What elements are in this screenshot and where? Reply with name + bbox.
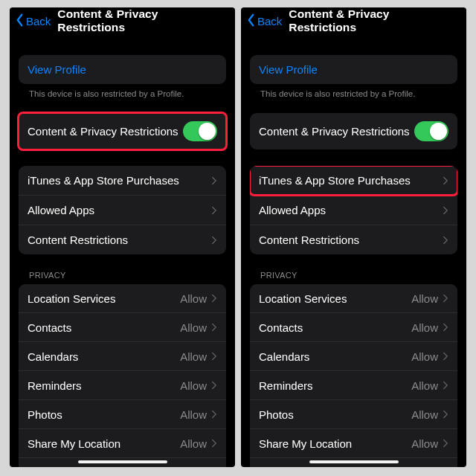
share-location-row[interactable]: Share My Location Allow xyxy=(250,428,457,457)
chevron-right-icon xyxy=(211,294,217,303)
row-value: Allow xyxy=(411,379,438,392)
screenshot-left: Back Content & Privacy Restrictions View… xyxy=(10,7,235,467)
row-label: Location Services xyxy=(259,292,347,305)
row-value: Allow xyxy=(180,321,207,334)
back-label: Back xyxy=(257,15,282,28)
view-profile-cell[interactable]: View Profile xyxy=(19,55,226,84)
photos-row[interactable]: Photos Allow xyxy=(19,399,226,428)
reminders-row[interactable]: Reminders Allow xyxy=(250,370,457,399)
chevron-right-icon xyxy=(211,439,217,448)
purchases-group: iTunes & App Store Purchases Allowed App… xyxy=(19,166,226,254)
row-label: Allowed Apps xyxy=(28,204,94,216)
calendars-row[interactable]: Calendars Allow xyxy=(250,341,457,370)
chevron-right-icon xyxy=(211,323,217,332)
row-label: Share My Location xyxy=(28,437,120,450)
profile-footer: This device is also restricted by a Prof… xyxy=(250,84,457,98)
chevron-right-icon xyxy=(443,352,448,361)
row-value: Allow xyxy=(180,379,207,392)
chevron-left-icon xyxy=(245,13,257,29)
row-label: Share My Location xyxy=(259,437,352,450)
row-label: Content Restrictions xyxy=(28,234,128,246)
view-profile-label: View Profile xyxy=(28,63,86,76)
chevron-right-icon xyxy=(443,236,448,245)
toggle-label: Content & Privacy Restrictions xyxy=(259,125,410,138)
chevron-right-icon xyxy=(443,294,448,303)
chevron-right-icon xyxy=(211,352,217,361)
contacts-row[interactable]: Contacts Allow xyxy=(250,312,457,341)
nav-bar: Back Content & Privacy Restrictions xyxy=(241,7,466,33)
row-label: Bluetooth Sharing xyxy=(259,466,347,468)
chevron-right-icon xyxy=(443,206,448,215)
row-value: Allow xyxy=(180,408,207,421)
share-location-row[interactable]: Share My Location Allow xyxy=(19,428,226,457)
row-label: Photos xyxy=(259,408,294,421)
calendars-row[interactable]: Calendars Allow xyxy=(19,341,226,370)
content-restrictions-row[interactable]: Content Restrictions xyxy=(19,225,226,254)
toggle-label: Content & Privacy Restrictions xyxy=(28,125,178,138)
privacy-group: Location Services Allow Contacts Allow C… xyxy=(250,284,457,467)
chevron-right-icon xyxy=(211,236,217,245)
contacts-row[interactable]: Contacts Allow xyxy=(19,312,226,341)
view-profile-cell[interactable]: View Profile xyxy=(250,55,457,84)
chevron-left-icon xyxy=(14,13,26,29)
reminders-row[interactable]: Reminders Allow xyxy=(19,370,226,399)
row-value: Allow xyxy=(411,292,438,305)
home-indicator[interactable] xyxy=(78,460,167,463)
chevron-right-icon xyxy=(211,176,217,185)
itunes-purchases-row[interactable]: iTunes & App Store Purchases xyxy=(250,166,457,195)
page-title: Content & Privacy Restrictions xyxy=(57,7,228,34)
home-indicator[interactable] xyxy=(309,460,399,463)
nav-bar: Back Content & Privacy Restrictions xyxy=(10,7,235,33)
content-privacy-toggle-row[interactable]: Content & Privacy Restrictions xyxy=(250,113,457,149)
row-label: iTunes & App Store Purchases xyxy=(259,174,411,187)
row-label: Location Services xyxy=(28,292,115,305)
chevron-right-icon xyxy=(443,381,448,390)
chevron-right-icon xyxy=(211,410,217,419)
row-label: Contacts xyxy=(259,321,303,334)
row-label: iTunes & App Store Purchases xyxy=(28,174,179,187)
row-label: Contacts xyxy=(28,321,71,334)
row-value: Allow xyxy=(180,350,207,363)
back-button[interactable]: Back xyxy=(245,13,282,29)
privacy-header: PRIVACY xyxy=(250,271,457,284)
row-label: Calendars xyxy=(259,350,309,363)
page-title: Content & Privacy Restrictions xyxy=(289,7,459,34)
location-services-row[interactable]: Location Services Allow xyxy=(19,284,226,312)
view-profile-label: View Profile xyxy=(259,63,318,76)
row-label: Content Restrictions xyxy=(259,234,359,246)
row-value: Allow xyxy=(411,466,438,468)
back-label: Back xyxy=(26,15,51,28)
chevron-right-icon xyxy=(443,176,448,185)
toggle-switch[interactable] xyxy=(414,121,448,141)
itunes-purchases-row[interactable]: iTunes & App Store Purchases xyxy=(19,166,226,195)
row-value: Allow xyxy=(411,321,438,334)
row-value: Allow xyxy=(180,437,207,450)
row-label: Calendars xyxy=(28,350,78,363)
row-value: Allow xyxy=(180,292,207,305)
allowed-apps-row[interactable]: Allowed Apps xyxy=(19,195,226,225)
row-value: Allow xyxy=(180,466,207,468)
row-label: Reminders xyxy=(28,379,82,392)
content-restrictions-row[interactable]: Content Restrictions xyxy=(250,225,457,254)
row-value: Allow xyxy=(411,350,438,363)
row-value: Allow xyxy=(411,437,438,450)
chevron-right-icon xyxy=(211,206,217,215)
profile-footer: This device is also restricted by a Prof… xyxy=(19,84,226,98)
privacy-group: Location Services Allow Contacts Allow C… xyxy=(19,284,226,467)
row-value: Allow xyxy=(411,408,438,421)
chevron-right-icon xyxy=(211,381,217,390)
row-label: Reminders xyxy=(259,379,313,392)
privacy-header: PRIVACY xyxy=(19,271,226,284)
toggle-switch[interactable] xyxy=(183,121,217,141)
chevron-right-icon xyxy=(443,439,448,448)
chevron-right-icon xyxy=(443,323,448,332)
content-privacy-toggle-row[interactable]: Content & Privacy Restrictions xyxy=(19,113,226,149)
chevron-right-icon xyxy=(443,410,448,419)
photos-row[interactable]: Photos Allow xyxy=(250,399,457,428)
row-label: Bluetooth Sharing xyxy=(28,466,116,468)
back-button[interactable]: Back xyxy=(14,13,51,29)
allowed-apps-row[interactable]: Allowed Apps xyxy=(250,195,457,225)
row-label: Photos xyxy=(28,408,62,421)
location-services-row[interactable]: Location Services Allow xyxy=(250,284,457,312)
row-label: Allowed Apps xyxy=(259,204,326,216)
